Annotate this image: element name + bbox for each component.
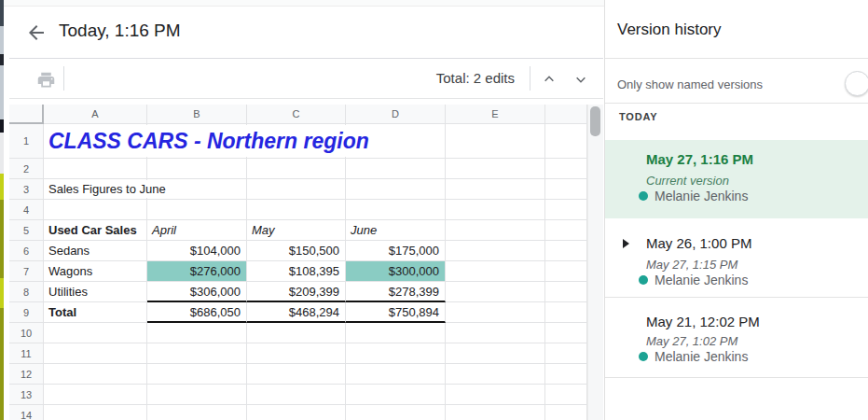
cell-D1: [346, 124, 446, 159]
scrollbar-thumb[interactable]: [590, 106, 600, 136]
panel-divider: [605, 58, 868, 59]
toolbar: Total: 2 edits: [9, 59, 603, 99]
cell-A14: [44, 405, 147, 420]
cell-E4: [446, 200, 545, 220]
cell-C3: [247, 179, 346, 200]
named-versions-toggle[interactable]: [845, 71, 868, 96]
version-item-1[interactable]: May 27, 1:16 PMCurrent versionMelanie Je…: [605, 140, 868, 218]
cell-E8: [446, 282, 545, 302]
cell-F1: [545, 124, 587, 159]
window-edge-artifact: [0, 0, 4, 420]
cell-E14: [446, 405, 545, 420]
document-header: Today, 1:16 PM: [9, 7, 603, 59]
cell-F2: [545, 159, 587, 179]
cell-A9: [44, 302, 147, 323]
cell-F6: [545, 241, 587, 261]
cell-C5: [247, 220, 346, 241]
version-author-row: Melanie Jenkins: [639, 349, 748, 364]
row-header-7: 7: [9, 261, 44, 282]
toolbar-divider-2: [530, 66, 530, 91]
cell-A6: [44, 241, 147, 261]
print-button[interactable]: [34, 67, 58, 91]
cell-E6: [446, 241, 545, 261]
cell-D12: [346, 364, 446, 385]
row-header-1: 1: [9, 124, 44, 159]
cell-F7: [545, 261, 587, 282]
cell-C9: [247, 302, 346, 323]
row-header-12: 12: [9, 364, 44, 385]
cell-B13: [147, 385, 247, 405]
version-history-screen: Today, 1:16 PM Total: 2 edits ABCDE12345…: [0, 0, 868, 420]
cell-D7: [346, 261, 446, 282]
cell-C2: [247, 159, 346, 179]
cell-B1: [147, 124, 247, 159]
cell-A12: [44, 364, 147, 385]
cell-D2: [346, 159, 446, 179]
version-subtitle: May 27, 1:15 PM: [646, 258, 737, 272]
row-header-6: 6: [9, 241, 44, 261]
next-edit-button[interactable]: [569, 67, 593, 91]
back-button[interactable]: [23, 20, 49, 46]
cell-E12: [446, 364, 545, 385]
author-name: Melanie Jenkins: [654, 273, 748, 287]
version-author-row: Melanie Jenkins: [639, 273, 748, 287]
column-header-E: E: [446, 105, 545, 124]
cell-A7: [44, 261, 147, 282]
chevron-up-icon: [542, 72, 557, 87]
panel-divider: [605, 103, 868, 104]
column-header-A: A: [44, 105, 147, 124]
version-title: May 27, 1:16 PM: [646, 151, 753, 167]
author-name: Melanie Jenkins: [654, 189, 748, 203]
cell-D13: [346, 385, 446, 405]
cell-D4: [346, 200, 446, 220]
cell-F11: [545, 343, 587, 364]
row-header-8: 8: [9, 282, 44, 302]
author-dot-icon: [639, 352, 648, 361]
version-divider: [605, 297, 868, 298]
previous-edit-button[interactable]: [537, 67, 561, 91]
edits-count: Total: 2 edits: [436, 70, 515, 86]
expand-arrow-icon[interactable]: [623, 239, 629, 248]
author-dot-icon: [639, 275, 648, 285]
cell-F8: [545, 282, 587, 302]
cell-C10: [247, 323, 346, 343]
cell-F3: [545, 179, 587, 200]
cell-B2: [147, 159, 247, 179]
cell-F14: [545, 405, 587, 420]
row-header-13: 13: [9, 385, 44, 405]
version-item-2[interactable]: May 26, 1:00 PMMay 27, 1:15 PMMelanie Je…: [605, 228, 868, 297]
version-subtitle: May 27, 1:02 PM: [646, 334, 737, 348]
cell-D5: [346, 220, 446, 241]
panel-title: Version history: [617, 21, 722, 39]
cell-B10: [147, 323, 247, 343]
version-item-3[interactable]: May 21, 12:02 PMMay 27, 1:02 PMMelanie J…: [605, 306, 868, 377]
cell-B9: [147, 302, 247, 323]
cell-B12: [147, 364, 247, 385]
toggle-label: Only show named versions: [617, 77, 763, 91]
row-header-11: 11: [9, 343, 44, 364]
cell-B8: [147, 282, 247, 302]
row-header-9: 9: [9, 302, 44, 323]
cell-E5: [446, 220, 545, 241]
cell-F13: [545, 385, 587, 405]
version-subtitle: Current version: [646, 174, 729, 188]
cell-B4: [147, 200, 247, 220]
chevron-down-icon: [573, 72, 588, 87]
cell-E7: [446, 261, 545, 282]
page-title: Today, 1:16 PM: [59, 21, 181, 41]
version-divider: [605, 377, 868, 378]
cell-C8: [247, 282, 346, 302]
version-author-row: Melanie Jenkins: [639, 189, 748, 203]
vertical-scrollbar[interactable]: [587, 105, 603, 420]
cell-F10: [545, 323, 587, 343]
cell-E1: [446, 124, 545, 159]
column-header-B: B: [147, 105, 247, 124]
cell-D3: [346, 179, 446, 200]
cell-F12: [545, 364, 587, 385]
cell-B7: [147, 261, 247, 282]
cell-A13: [44, 385, 147, 405]
cell-C13: [247, 385, 346, 405]
cell-B3: [147, 179, 247, 200]
toolbar-divider: [63, 66, 64, 91]
version-history-panel: Version history Only show named versions…: [604, 0, 868, 420]
